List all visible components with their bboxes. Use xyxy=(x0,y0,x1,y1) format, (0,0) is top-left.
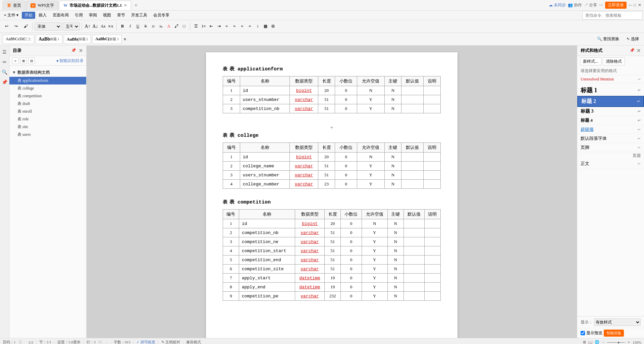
close-btn[interactable]: ✕ xyxy=(638,3,641,8)
doc-tab-close[interactable]: ✕ xyxy=(124,3,127,8)
home-tab[interactable]: 首 首页 xyxy=(3,1,25,10)
menu-file[interactable]: ≡ 文件 ▾ xyxy=(1,12,21,19)
styles-pin-btn[interactable]: 📌 xyxy=(630,48,635,54)
menu-view[interactable]: 视图 xyxy=(100,12,114,19)
font-color-btn[interactable]: A xyxy=(165,23,172,30)
menu-dev[interactable]: 开发工具 xyxy=(128,12,150,19)
new-style-btn[interactable]: 新样式... xyxy=(580,57,601,65)
menu-search-input[interactable] xyxy=(582,11,643,20)
select-btn[interactable]: ↖ 选择 xyxy=(624,35,641,44)
styles-show-select[interactable]: 有效样式 xyxy=(594,319,641,326)
layout-icon[interactable]: ⊞ xyxy=(583,340,586,344)
superscript-btn[interactable]: X² xyxy=(150,23,157,30)
font-family-select[interactable]: 宋体 xyxy=(35,22,61,31)
search-icon[interactable]: 🔍 xyxy=(1,68,8,76)
style-entry-h2[interactable]: 标题 2 ↵ xyxy=(577,96,644,107)
redo-btn[interactable]: ↪ xyxy=(12,22,20,31)
numbered-list-btn[interactable]: 1≡ xyxy=(200,23,207,30)
align-center-btn[interactable]: ≡ xyxy=(231,23,238,30)
smart-format-btn[interactable]: 智能排版 xyxy=(604,330,624,337)
add-row-btn-1[interactable]: + xyxy=(223,123,441,132)
style-entry-header[interactable]: 页眉 xyxy=(577,152,644,159)
border-btn[interactable]: □ xyxy=(180,23,188,30)
more-btn[interactable]: ⋯ xyxy=(599,3,603,8)
bold-btn[interactable]: B xyxy=(119,23,126,30)
shading-btn[interactable]: ▩ xyxy=(262,23,269,30)
edit-icon[interactable]: ✏ xyxy=(1,58,8,66)
content-area[interactable]: 表 表 applicationform 编号 名称 数据类型 长度 小数位 允许… xyxy=(87,46,577,338)
style-entry-footer[interactable]: 页脚 ↵ xyxy=(577,143,644,152)
more-styles-btn[interactable]: ▼ xyxy=(123,37,127,41)
style-heading1[interactable]: AaBb标题 1 xyxy=(36,35,62,44)
format-painter-btn[interactable]: 🖌 xyxy=(21,22,30,31)
toc-section-header[interactable]: ▼ 数据库表结构文档 xyxy=(9,68,86,77)
underline-btn[interactable]: U xyxy=(134,23,142,30)
toc-view1-btn[interactable]: ≡ xyxy=(12,57,19,64)
toc-item-applicationform[interactable]: 表 applicationform xyxy=(9,77,86,84)
style-entry-h3[interactable]: 标题 3 ↵ xyxy=(577,107,644,116)
collab-btn[interactable]: 👥 协作 xyxy=(568,2,582,8)
toc-item-draft[interactable]: 表 draft xyxy=(9,100,86,108)
font-size-select[interactable]: 五号 xyxy=(63,22,79,31)
toc-view2-btn[interactable]: ⊞ xyxy=(20,57,27,64)
subscript-btn[interactable]: X₂ xyxy=(157,23,165,30)
style-entry-h4[interactable]: 标题 4 ↵ xyxy=(577,116,644,125)
menu-reference[interactable]: 引用 xyxy=(72,12,86,19)
align-left-btn[interactable]: ≡ xyxy=(223,23,230,30)
toc-item-site[interactable]: 表 site xyxy=(9,123,86,131)
font-grow-btn[interactable]: A↑ xyxy=(84,23,91,30)
find-replace-btn[interactable]: 🔍 查找替换 xyxy=(595,35,622,44)
sync-btn[interactable]: ☁ 未同步 xyxy=(549,2,566,8)
clear-format-styles-btn[interactable]: 清除格式 xyxy=(603,57,625,65)
minimize-btn[interactable]: ─ xyxy=(629,3,632,8)
upgrade-btn[interactable]: 立即登录 xyxy=(605,2,627,9)
menu-chapter[interactable]: 章节 xyxy=(114,12,128,19)
style-heading3[interactable]: AaBbC(标题 3 xyxy=(92,35,122,44)
toc-item-role[interactable]: 表 role xyxy=(9,115,86,123)
web-icon[interactable]: 🌐 xyxy=(595,340,599,344)
maximize-btn[interactable]: □ xyxy=(634,3,636,8)
toc-item-college[interactable]: 表 college xyxy=(9,84,86,92)
menu-layout[interactable]: 页面布局 xyxy=(50,12,71,19)
style-entry-normal[interactable]: 正文 ↵ xyxy=(577,159,644,168)
style-normal[interactable]: AaBbCcDd正文 xyxy=(3,35,34,44)
doc-tab[interactable]: W 市场运动会...数据设计文档1.1 ✕ xyxy=(59,1,131,10)
menu-insert[interactable]: 插入 xyxy=(36,12,49,19)
doc-check-btn[interactable]: ✎ 文档校对 xyxy=(161,340,180,344)
zoom-out-btn[interactable]: － xyxy=(601,340,605,344)
toc-view3-btn[interactable]: ⊟ xyxy=(28,57,35,64)
strikethrough-btn[interactable]: S xyxy=(142,23,149,30)
menu-start[interactable]: 开始 xyxy=(22,12,35,19)
nav-icon[interactable]: ☰ xyxy=(1,48,8,56)
share-btn[interactable]: ↗ 分享 xyxy=(584,2,597,8)
toc-close-btn[interactable]: ✕ xyxy=(79,48,83,54)
font-case-btn[interactable]: Aa xyxy=(99,23,107,30)
wps-tab[interactable]: W WPS文字 xyxy=(26,1,58,10)
pin-icon[interactable]: 📌 xyxy=(1,78,8,86)
italic-btn[interactable]: I xyxy=(126,23,134,30)
style-heading2[interactable]: AaBb(标题 2 xyxy=(64,35,91,44)
align-justify-btn[interactable]: ≡ xyxy=(246,23,254,30)
toc-item-competition[interactable]: 表 competition xyxy=(9,92,86,100)
highlight-btn[interactable]: 🖍 xyxy=(173,23,180,30)
toc-item-users[interactable]: 表 users xyxy=(9,131,86,138)
line-spacing-btn[interactable]: ↕ xyxy=(254,23,261,30)
zoom-in-btn[interactable]: ＋ xyxy=(627,340,631,344)
preview-checkbox[interactable] xyxy=(581,331,585,335)
clear-format-btn[interactable]: ✕A xyxy=(107,23,114,30)
menu-review[interactable]: 审阅 xyxy=(86,12,100,19)
toc-pin-btn[interactable]: 📌 xyxy=(71,48,76,54)
style-entry-h1[interactable]: 标题 1 ↵ xyxy=(577,85,644,96)
list-btn[interactable]: ☰ xyxy=(192,23,200,30)
new-tab-btn[interactable]: + xyxy=(132,1,140,9)
indent-right-btn[interactable]: ⇥ xyxy=(215,23,223,30)
toc-smart-btn[interactable]: ● 智能识别目录 xyxy=(56,58,84,64)
menu-vip[interactable]: 会员专享 xyxy=(151,12,172,19)
indent-left-btn[interactable]: ⇤ xyxy=(208,23,215,30)
font-shrink-btn[interactable]: A↓ xyxy=(92,23,99,30)
zoom-slider[interactable]: ────●── xyxy=(607,340,625,344)
style-entry-default-para[interactable]: 默认段落字体 ↵ xyxy=(577,134,644,143)
read-icon[interactable]: 📖 xyxy=(588,340,593,344)
toc-item-enroll[interactable]: 表 enroll xyxy=(9,108,86,115)
styles-close-btn[interactable]: ✕ xyxy=(637,48,641,54)
